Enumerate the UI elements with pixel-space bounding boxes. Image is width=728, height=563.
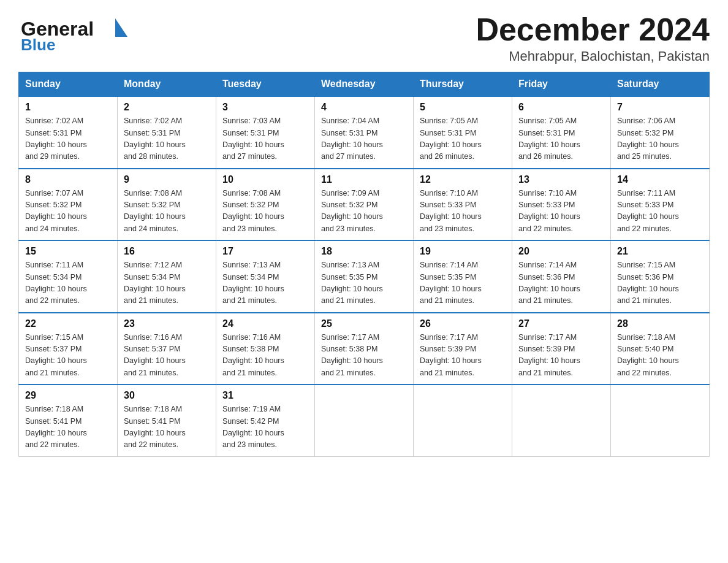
svg-text:Blue: Blue bbox=[21, 36, 55, 54]
week-row-1: 1Sunrise: 7:02 AMSunset: 5:31 PMDaylight… bbox=[19, 96, 710, 169]
day-number: 13 bbox=[518, 174, 604, 185]
calendar-cell: 28Sunrise: 7:18 AMSunset: 5:40 PMDayligh… bbox=[611, 313, 710, 385]
calendar-cell: 24Sunrise: 7:16 AMSunset: 5:38 PMDayligh… bbox=[216, 313, 315, 385]
day-number: 12 bbox=[420, 174, 506, 185]
weekday-header-wednesday: Wednesday bbox=[315, 72, 414, 97]
day-number: 29 bbox=[25, 390, 111, 401]
day-number: 5 bbox=[420, 102, 506, 113]
calendar-cell: 3Sunrise: 7:03 AMSunset: 5:31 PMDaylight… bbox=[216, 96, 315, 169]
day-number: 7 bbox=[617, 102, 703, 113]
week-row-4: 22Sunrise: 7:15 AMSunset: 5:37 PMDayligh… bbox=[19, 313, 710, 385]
day-number: 23 bbox=[124, 318, 210, 329]
calendar-cell: 10Sunrise: 7:08 AMSunset: 5:32 PMDayligh… bbox=[216, 169, 315, 241]
calendar-cell bbox=[611, 385, 710, 456]
day-info: Sunrise: 7:12 AMSunset: 5:34 PMDaylight:… bbox=[124, 259, 210, 307]
day-info: Sunrise: 7:06 AMSunset: 5:32 PMDaylight:… bbox=[617, 115, 703, 163]
day-number: 15 bbox=[25, 246, 111, 257]
day-info: Sunrise: 7:11 AMSunset: 5:33 PMDaylight:… bbox=[617, 188, 703, 236]
calendar-cell: 18Sunrise: 7:13 AMSunset: 5:35 PMDayligh… bbox=[315, 240, 414, 313]
calendar-cell: 31Sunrise: 7:19 AMSunset: 5:42 PMDayligh… bbox=[216, 385, 315, 456]
weekday-header-sunday: Sunday bbox=[19, 72, 118, 97]
day-info: Sunrise: 7:19 AMSunset: 5:42 PMDaylight:… bbox=[222, 404, 308, 451]
day-info: Sunrise: 7:13 AMSunset: 5:35 PMDaylight:… bbox=[321, 259, 407, 307]
calendar-cell: 15Sunrise: 7:11 AMSunset: 5:34 PMDayligh… bbox=[19, 240, 118, 313]
calendar-cell bbox=[315, 385, 414, 456]
calendar-cell: 27Sunrise: 7:17 AMSunset: 5:39 PMDayligh… bbox=[512, 313, 611, 385]
day-info: Sunrise: 7:02 AMSunset: 5:31 PMDaylight:… bbox=[124, 115, 210, 163]
day-info: Sunrise: 7:10 AMSunset: 5:33 PMDaylight:… bbox=[420, 188, 506, 236]
calendar-cell: 29Sunrise: 7:18 AMSunset: 5:41 PMDayligh… bbox=[19, 385, 118, 456]
day-info: Sunrise: 7:03 AMSunset: 5:31 PMDaylight:… bbox=[222, 115, 308, 163]
day-info: Sunrise: 7:14 AMSunset: 5:36 PMDaylight:… bbox=[518, 259, 604, 307]
calendar-cell bbox=[414, 385, 512, 456]
weekday-header-saturday: Saturday bbox=[611, 72, 710, 97]
calendar-cell: 6Sunrise: 7:05 AMSunset: 5:31 PMDaylight… bbox=[512, 96, 611, 169]
day-info: Sunrise: 7:16 AMSunset: 5:37 PMDaylight:… bbox=[124, 332, 210, 380]
calendar-cell: 11Sunrise: 7:09 AMSunset: 5:32 PMDayligh… bbox=[315, 169, 414, 241]
calendar-cell: 19Sunrise: 7:14 AMSunset: 5:35 PMDayligh… bbox=[414, 240, 512, 313]
day-info: Sunrise: 7:13 AMSunset: 5:34 PMDaylight:… bbox=[222, 259, 308, 307]
day-info: Sunrise: 7:18 AMSunset: 5:41 PMDaylight:… bbox=[25, 404, 111, 451]
day-info: Sunrise: 7:07 AMSunset: 5:32 PMDaylight:… bbox=[25, 188, 111, 236]
calendar-cell: 5Sunrise: 7:05 AMSunset: 5:31 PMDaylight… bbox=[414, 96, 512, 169]
calendar-cell: 30Sunrise: 7:18 AMSunset: 5:41 PMDayligh… bbox=[118, 385, 216, 456]
week-row-2: 8Sunrise: 7:07 AMSunset: 5:32 PMDaylight… bbox=[19, 169, 710, 241]
day-info: Sunrise: 7:17 AMSunset: 5:38 PMDaylight:… bbox=[321, 332, 407, 380]
day-number: 8 bbox=[25, 174, 111, 185]
day-number: 9 bbox=[124, 174, 210, 185]
day-number: 3 bbox=[222, 102, 308, 113]
day-info: Sunrise: 7:18 AMSunset: 5:41 PMDaylight:… bbox=[124, 404, 210, 451]
calendar-cell: 4Sunrise: 7:04 AMSunset: 5:31 PMDaylight… bbox=[315, 96, 414, 169]
calendar-cell: 22Sunrise: 7:15 AMSunset: 5:37 PMDayligh… bbox=[19, 313, 118, 385]
logo-graphic: General Blue bbox=[18, 12, 135, 58]
calendar-cell: 26Sunrise: 7:17 AMSunset: 5:39 PMDayligh… bbox=[414, 313, 512, 385]
week-row-5: 29Sunrise: 7:18 AMSunset: 5:41 PMDayligh… bbox=[19, 385, 710, 456]
day-number: 1 bbox=[25, 102, 111, 113]
weekday-header-monday: Monday bbox=[118, 72, 216, 97]
calendar-cell: 7Sunrise: 7:06 AMSunset: 5:32 PMDaylight… bbox=[611, 96, 710, 169]
calendar-cell: 21Sunrise: 7:15 AMSunset: 5:36 PMDayligh… bbox=[611, 240, 710, 313]
day-number: 25 bbox=[321, 318, 407, 329]
day-number: 4 bbox=[321, 102, 407, 113]
day-info: Sunrise: 7:14 AMSunset: 5:35 PMDaylight:… bbox=[420, 259, 506, 307]
day-number: 27 bbox=[518, 318, 604, 329]
title-section: December 2024 Mehrabpur, Balochistan, Pa… bbox=[476, 12, 710, 64]
calendar-cell bbox=[512, 385, 611, 456]
day-number: 6 bbox=[518, 102, 604, 113]
day-info: Sunrise: 7:09 AMSunset: 5:32 PMDaylight:… bbox=[321, 188, 407, 236]
day-info: Sunrise: 7:15 AMSunset: 5:36 PMDaylight:… bbox=[617, 259, 703, 307]
day-number: 20 bbox=[518, 246, 604, 257]
weekday-header-friday: Friday bbox=[512, 72, 611, 97]
logo: General Blue bbox=[18, 12, 135, 59]
calendar-cell: 8Sunrise: 7:07 AMSunset: 5:32 PMDaylight… bbox=[19, 169, 118, 241]
day-number: 14 bbox=[617, 174, 703, 185]
day-info: Sunrise: 7:16 AMSunset: 5:38 PMDaylight:… bbox=[222, 332, 308, 380]
weekday-header-thursday: Thursday bbox=[414, 72, 512, 97]
day-info: Sunrise: 7:04 AMSunset: 5:31 PMDaylight:… bbox=[321, 115, 407, 163]
calendar-cell: 17Sunrise: 7:13 AMSunset: 5:34 PMDayligh… bbox=[216, 240, 315, 313]
day-info: Sunrise: 7:17 AMSunset: 5:39 PMDaylight:… bbox=[420, 332, 506, 380]
day-number: 19 bbox=[420, 246, 506, 257]
weekday-header-row: SundayMondayTuesdayWednesdayThursdayFrid… bbox=[19, 72, 710, 97]
day-info: Sunrise: 7:15 AMSunset: 5:37 PMDaylight:… bbox=[25, 332, 111, 380]
day-info: Sunrise: 7:05 AMSunset: 5:31 PMDaylight:… bbox=[518, 115, 604, 163]
day-number: 17 bbox=[222, 246, 308, 257]
day-number: 11 bbox=[321, 174, 407, 185]
calendar-cell: 12Sunrise: 7:10 AMSunset: 5:33 PMDayligh… bbox=[414, 169, 512, 241]
page-header: General Blue December 2024 Mehrabpur, Ba… bbox=[18, 12, 710, 64]
calendar-cell: 16Sunrise: 7:12 AMSunset: 5:34 PMDayligh… bbox=[118, 240, 216, 313]
day-number: 28 bbox=[617, 318, 703, 329]
calendar-table: SundayMondayTuesdayWednesdayThursdayFrid… bbox=[18, 72, 710, 457]
day-number: 16 bbox=[124, 246, 210, 257]
month-year-title: December 2024 bbox=[476, 12, 710, 47]
calendar-cell: 14Sunrise: 7:11 AMSunset: 5:33 PMDayligh… bbox=[611, 169, 710, 241]
day-number: 10 bbox=[222, 174, 308, 185]
calendar-cell: 9Sunrise: 7:08 AMSunset: 5:32 PMDaylight… bbox=[118, 169, 216, 241]
day-number: 30 bbox=[124, 390, 210, 401]
calendar-cell: 2Sunrise: 7:02 AMSunset: 5:31 PMDaylight… bbox=[118, 96, 216, 169]
day-number: 26 bbox=[420, 318, 506, 329]
day-number: 31 bbox=[222, 390, 308, 401]
calendar-cell: 25Sunrise: 7:17 AMSunset: 5:38 PMDayligh… bbox=[315, 313, 414, 385]
day-info: Sunrise: 7:05 AMSunset: 5:31 PMDaylight:… bbox=[420, 115, 506, 163]
calendar-cell: 1Sunrise: 7:02 AMSunset: 5:31 PMDaylight… bbox=[19, 96, 118, 169]
